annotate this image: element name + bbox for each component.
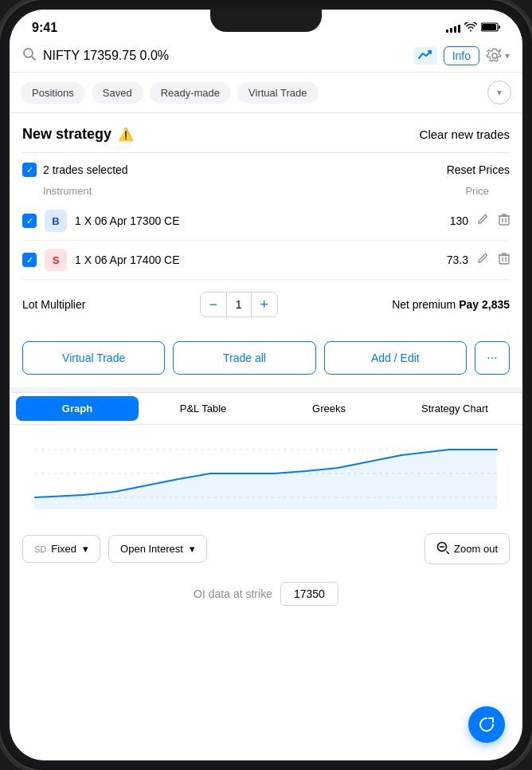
trade-all-button[interactable]: Trade all [173, 341, 315, 375]
col-price-header: Price [465, 185, 489, 197]
trade-2-actions [476, 252, 510, 268]
info-button[interactable]: Info [444, 46, 479, 65]
net-premium: Net premium Pay 2,835 [392, 298, 510, 311]
trade-2-price: 73.3 [432, 253, 468, 266]
trades-selected: ✓ 2 trades selected [22, 163, 128, 177]
trades-section: ✓ 2 trades selected Reset Prices Instrum… [22, 153, 510, 338]
chart-controls: SD Fixed ▾ Open Interest ▾ [10, 525, 522, 574]
tab-positions[interactable]: Positions [21, 82, 85, 104]
oi-label: Open Interest [120, 543, 183, 555]
svg-rect-5 [499, 255, 509, 264]
lot-value: 1 [226, 293, 252, 316]
virtual-trade-button[interactable]: Virtual Trade [22, 341, 165, 375]
trade-1-instrument: 1 X 06 Apr 17300 CE [75, 214, 424, 227]
svg-rect-4 [499, 216, 509, 225]
more-dots-icon: ··· [487, 351, 497, 364]
col-instrument-header: Instrument [43, 185, 92, 197]
trade-1-edit-icon[interactable] [476, 213, 489, 229]
trade-1-badge: B [45, 210, 67, 232]
svg-rect-2 [499, 26, 500, 29]
column-headers: Instrument Price [22, 185, 510, 202]
sd-fixed-dropdown[interactable]: SD Fixed ▾ [22, 535, 100, 563]
header-ticker: NIFTY 17359.75 0.0% [43, 49, 407, 63]
add-edit-button[interactable]: Add / Edit [324, 341, 467, 375]
svg-rect-1 [482, 24, 496, 30]
strategy-header: New strategy ⚠️ Clear new trades [22, 113, 510, 153]
trade-1-delete-icon[interactable] [499, 213, 510, 229]
bottom-tabs: Graph P&L Table Greeks Strategy Chart [10, 392, 522, 425]
lot-multiplier-row: Lot Multiplier − 1 + Net premium Pay 2,8… [22, 280, 510, 328]
oi-data-row: OI data at strike 17350 [10, 574, 522, 619]
main-content: New strategy ⚠️ Clear new trades ✓ 2 tra… [10, 113, 522, 387]
search-icon[interactable] [22, 47, 37, 65]
tab-strategy-chart[interactable]: Strategy Chart [393, 396, 516, 421]
sd-label: SD [34, 544, 46, 554]
zoom-out-icon [436, 541, 449, 556]
trades-header-row: ✓ 2 trades selected Reset Prices [22, 163, 510, 177]
warning-icon: ⚠️ [118, 127, 134, 142]
tab-pl-table[interactable]: P&L Table [142, 396, 264, 421]
battery-icon [481, 22, 500, 34]
tabs-row: Positions Saved Ready-made Virtual Trade… [10, 73, 522, 113]
lot-stepper: − 1 + [200, 292, 278, 317]
status-time: 9:41 [32, 21, 57, 35]
clear-trades-button[interactable]: Clear new trades [420, 128, 510, 141]
trade-2-badge: S [45, 249, 67, 271]
lot-multiplier-label: Lot Multiplier [22, 298, 85, 311]
refresh-fab[interactable] [468, 706, 505, 743]
sd-value: Fixed [51, 543, 76, 555]
tab-greeks[interactable]: Greeks [268, 396, 390, 421]
trend-up-icon [413, 47, 437, 65]
trade-2-delete-icon[interactable] [499, 252, 510, 268]
chevron-down-icon: ▾ [497, 87, 502, 98]
header: NIFTY 17359.75 0.0% Info ▾ [10, 40, 522, 73]
chart-area [10, 425, 522, 525]
oi-data-label: OI data at strike [194, 587, 272, 600]
lot-increase-button[interactable]: + [252, 293, 277, 316]
zoom-out-label: Zoom out [454, 543, 498, 555]
oi-dropdown-icon: ▾ [190, 543, 195, 555]
signal-icon [446, 23, 460, 33]
net-premium-value: Pay 2,835 [459, 298, 510, 311]
trade-1-checkbox[interactable]: ✓ [22, 214, 37, 228]
sd-dropdown-icon: ▾ [83, 543, 88, 555]
zoom-out-button[interactable]: Zoom out [424, 533, 510, 564]
trade-1-price: 130 [432, 214, 468, 227]
tabs-expand-button[interactable]: ▾ [487, 81, 511, 104]
trade-2-edit-icon[interactable] [476, 252, 489, 268]
tab-readymade[interactable]: Ready-made [150, 82, 231, 104]
oi-data-value: 17350 [280, 582, 338, 606]
table-row: ✓ B 1 X 06 Apr 17300 CE 130 [22, 202, 510, 241]
action-buttons-row: Virtual Trade Trade all Add / Edit ··· [22, 338, 510, 387]
trade-2-instrument: 1 X 06 Apr 17400 CE [75, 253, 424, 266]
tab-virtualtrade[interactable]: Virtual Trade [237, 82, 318, 104]
reset-prices-button[interactable]: Reset Prices [447, 163, 510, 176]
tab-graph[interactable]: Graph [16, 396, 139, 421]
wifi-icon [464, 22, 477, 34]
status-icons [446, 22, 500, 34]
more-button[interactable]: ··· [475, 341, 510, 375]
trade-2-checkbox[interactable]: ✓ [22, 253, 37, 267]
tab-saved[interactable]: Saved [92, 82, 143, 104]
select-all-checkbox[interactable]: ✓ [22, 163, 37, 177]
open-interest-dropdown[interactable]: Open Interest ▾ [108, 535, 207, 563]
trade-1-actions [476, 213, 510, 229]
settings-chevron-icon: ▾ [505, 50, 510, 61]
lot-decrease-button[interactable]: − [201, 293, 226, 316]
svg-marker-9 [35, 450, 497, 509]
table-row: ✓ S 1 X 06 Apr 17400 CE 73.3 [22, 241, 510, 280]
chart-svg [22, 438, 510, 509]
strategy-title: New strategy ⚠️ [22, 126, 134, 143]
settings-button[interactable]: ▾ [486, 47, 510, 65]
